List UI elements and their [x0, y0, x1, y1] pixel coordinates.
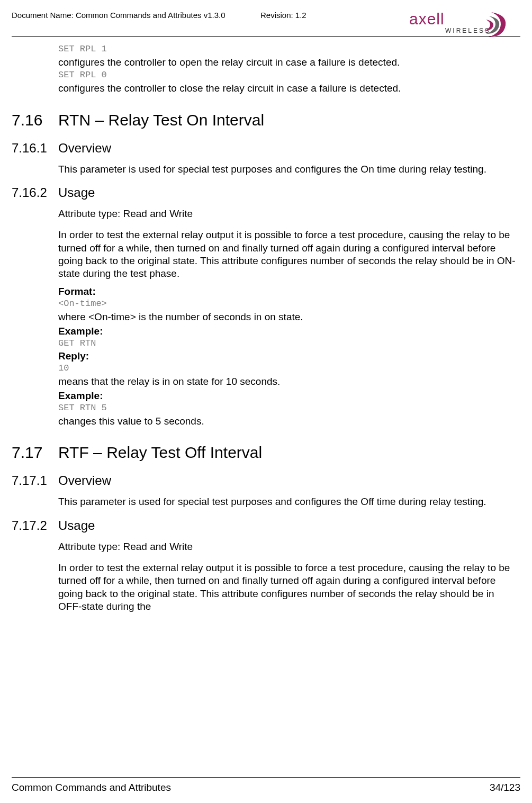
- code-line: SET RPL 0: [58, 70, 518, 80]
- format-label: Format:: [58, 286, 518, 297]
- subsection-number: 7.16.2: [12, 185, 58, 200]
- body-text: configures the controller to open the re…: [58, 56, 518, 69]
- body-text: This parameter is used for special test …: [58, 495, 518, 508]
- code-line: 10: [58, 363, 518, 373]
- section-title: RTN – Relay Test On Interval: [58, 111, 264, 129]
- subsection-number: 7.16.1: [12, 141, 58, 156]
- brand-logo: axell WIRELESS: [409, 10, 510, 41]
- subsection-heading-7-16-1: 7.16.1 Overview: [12, 141, 518, 156]
- reply-label: Reply:: [58, 350, 518, 362]
- subsection-number: 7.17.1: [12, 473, 58, 488]
- code-line: SET RTN 5: [58, 403, 518, 413]
- example-label: Example:: [58, 326, 518, 337]
- doc-name: Document Name: Common Commands and Attri…: [12, 10, 226, 20]
- footer-title: Common Commands and Attributes: [12, 782, 171, 793]
- subsection-heading-7-16-2: 7.16.2 Usage: [12, 185, 518, 200]
- section-heading-7-16: 7.16 RTN – Relay Test On Interval: [12, 111, 518, 129]
- section-number: 7.17: [12, 444, 58, 462]
- page-content: SET RPL 1 configures the controller to o…: [12, 37, 520, 613]
- logo-subtext: WIRELESS: [445, 27, 491, 34]
- page-header: Document Name: Common Commands and Attri…: [12, 10, 520, 36]
- body-text: configures the controller to close the r…: [58, 82, 518, 95]
- code-line: <On-time>: [58, 299, 518, 309]
- page-footer: Common Commands and Attributes 34/123: [12, 782, 520, 793]
- body-text: In order to test the external relay outp…: [58, 562, 518, 613]
- attribute-type: Attribute type: Read and Write: [58, 207, 518, 220]
- subsection-heading-7-17-2: 7.17.2 Usage: [12, 518, 518, 533]
- logo-text: axell: [409, 10, 445, 28]
- subsection-number: 7.17.2: [12, 518, 58, 533]
- body-text: This parameter is used for special test …: [58, 163, 518, 176]
- code-line: SET RPL 1: [58, 44, 518, 54]
- code-line: GET RTN: [58, 338, 518, 348]
- body-text: changes this value to 5 seconds.: [58, 415, 518, 428]
- subsection-title: Overview: [58, 473, 111, 488]
- subsection-title: Overview: [58, 141, 111, 156]
- body-text: means that the relay is in on state for …: [58, 375, 518, 388]
- page-number: 34/123: [490, 782, 520, 793]
- section-title: RTF – Relay Test Off Interval: [58, 444, 262, 462]
- swirl-icon: [484, 12, 506, 37]
- revision: Revision: 1.2: [260, 10, 306, 20]
- subsection-title: Usage: [58, 185, 95, 200]
- subsection-title: Usage: [58, 518, 95, 533]
- section-heading-7-17: 7.17 RTF – Relay Test Off Interval: [12, 444, 518, 462]
- attribute-type: Attribute type: Read and Write: [58, 540, 518, 553]
- subsection-heading-7-17-1: 7.17.1 Overview: [12, 473, 518, 488]
- body-text: where <On-time> is the number of seconds…: [58, 311, 518, 323]
- footer-divider: [12, 777, 520, 778]
- example-label: Example:: [58, 390, 518, 402]
- body-text: In order to test the external relay outp…: [58, 229, 518, 280]
- section-number: 7.16: [12, 111, 58, 129]
